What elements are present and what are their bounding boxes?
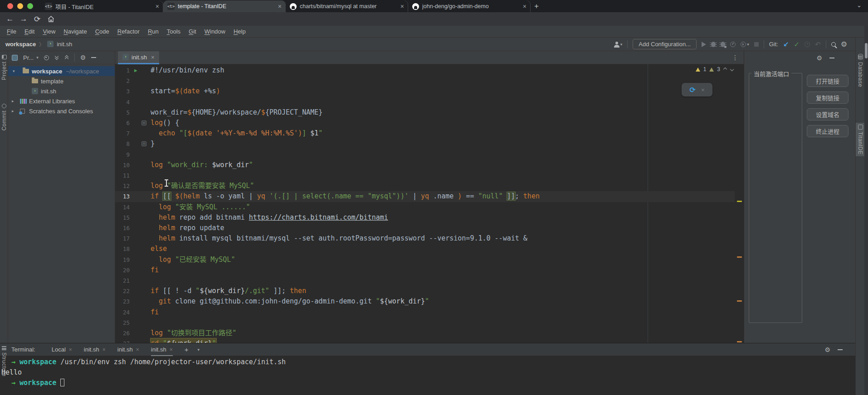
terminal-tab[interactable]: Local× [52,343,72,356]
editor-area[interactable]: init.sh × ⋮ 1▶#!/usr/bin/env zsh23start=… [115,51,744,343]
chevron-right-icon[interactable]: ▸ [12,109,14,113]
menu-tools[interactable]: Tools [163,28,185,35]
menu-edit[interactable]: Edit [20,28,39,35]
code-line[interactable]: 1▶#!/usr/bin/env zsh [115,65,735,76]
terminal-tab-close-icon[interactable]: × [170,347,173,353]
code-line[interactable]: 14 log "安装 MySQL ......" [115,202,735,212]
code-line[interactable]: 17 helm install mysql bitnami/mysql --se… [115,233,735,244]
reload-icon[interactable]: ⟳ [32,14,43,24]
search-everywhere-icon[interactable] [831,42,836,47]
menu-navigate[interactable]: Navigate [59,28,91,35]
tree-item-workspace[interactable]: ▾workspace~/workspace [8,66,115,76]
ide-settings-gear-icon[interactable]: ⚙ [841,41,847,48]
code-line[interactable]: 11 [115,170,735,181]
tool-tab-titanide[interactable]: TitanIDE [856,123,865,156]
terminal-settings-gear-icon[interactable]: ⚙ [824,346,830,353]
code-line[interactable]: 23 git clone git@github.com:john-deng/go… [115,296,735,307]
code-line[interactable]: 8˄} [115,139,735,149]
code-line[interactable]: 22if [[ ! -d "${work_dir}/.git" ]]; then [115,286,735,296]
tree-item-external-libraries[interactable]: ▸External Libraries [8,96,115,106]
user-dropdown[interactable]: ▾ [614,42,623,47]
code-line[interactable]: 24fi [115,307,735,318]
new-tab-button[interactable]: + [531,0,542,12]
menu-code[interactable]: Code [91,28,113,35]
home-icon[interactable] [45,14,56,24]
code-line[interactable]: 5work_dir=${HOME}/workspace/${PROJECT_NA… [115,107,735,118]
forward-icon[interactable]: → [18,14,29,24]
terminal-tab[interactable]: init.sh× [84,343,106,356]
panel-button-3[interactable]: 设置域名 [807,108,848,120]
chevron-right-icon[interactable]: ▸ [12,99,14,103]
panel-button-4[interactable]: 终止进程 [807,125,848,137]
terminal-tab-close-icon[interactable]: × [136,347,139,353]
browser-tab[interactable]: 项目 - TitanIDE× [41,0,163,12]
browser-tab[interactable]: template - TitanIDE× [163,0,286,12]
terminal-dropdown-icon[interactable]: ▾ [198,347,200,352]
panel-button-1[interactable]: 打开链接 [807,75,848,87]
back-icon[interactable]: ← [5,14,15,24]
hide-terminal-icon[interactable] [838,349,843,350]
project-view-mode-dropdown[interactable]: Pr...▾ [23,54,39,61]
menu-help[interactable]: Help [229,28,250,35]
panel-button-2[interactable]: 复制链接 [807,92,848,104]
fold-marker-icon[interactable]: − [141,120,146,125]
terminal-tab[interactable]: init.sh× [117,343,139,356]
code-line[interactable]: 4 [115,97,735,107]
tree-item-init-sh[interactable]: init.sh [8,86,115,96]
editor-options-icon[interactable]: ⋮ [732,54,738,61]
next-problem-icon[interactable] [730,67,734,71]
git-history-icon[interactable] [805,42,810,47]
code-line[interactable]: 2 [115,76,735,86]
panel-settings-gear-icon[interactable]: ⚙ [816,54,822,62]
editor-error-stripe[interactable] [735,64,744,343]
menu-file[interactable]: File [3,28,20,35]
code-line[interactable]: 25 [115,318,735,328]
new-terminal-icon[interactable]: + [185,346,189,353]
terminal-tab[interactable]: init.sh× [151,343,173,356]
tool-tab-database[interactable]: Database [856,52,865,89]
editor-tab-init-sh[interactable]: init.sh × [118,51,159,64]
minimize-window-icon[interactable] [17,3,23,9]
profiler-button[interactable] [730,42,736,47]
code-line[interactable]: 6−log() { [115,118,735,128]
tab-close-icon[interactable]: × [400,3,404,10]
run-line-icon[interactable]: ▶ [134,65,137,76]
git-rollback-icon[interactable]: ↶ [815,40,821,48]
code-line[interactable]: 13if [[ $(helm ls -o yaml | yq '(.[] | s… [115,191,735,202]
previous-problem-icon[interactable] [723,67,727,71]
close-window-icon[interactable] [7,3,13,9]
dismiss-icon[interactable]: × [701,87,705,93]
menu-refactor[interactable]: Refactor [113,28,144,35]
code-line[interactable]: 19 log "已经安装 MySQL" [115,255,735,265]
git-update-icon[interactable]: ↙ [783,40,789,48]
breadcrumb-workspace[interactable]: workspace [5,41,36,48]
code-editor[interactable]: 1▶#!/usr/bin/env zsh23start=$(date +%s)4… [115,64,735,343]
expand-all-icon[interactable] [54,55,59,60]
menu-view[interactable]: View [39,28,59,35]
code-line[interactable]: 26log "切换到项目工作路径" [115,328,735,338]
menu-git[interactable]: Git [185,28,200,35]
menu-run[interactable]: Run [144,28,163,35]
tab-close-icon[interactable]: × [156,3,159,10]
editor-tab-close-icon[interactable]: × [151,54,155,61]
terminal-tab-close-icon[interactable]: × [102,347,106,353]
tool-tab-commit[interactable]: Commit [0,102,8,132]
collapse-all-icon[interactable] [64,55,69,60]
tab-close-icon[interactable]: × [523,3,527,10]
fold-marker-icon[interactable]: ˄ [141,141,146,146]
code-line[interactable]: 16 helm repo update [115,223,735,233]
maximize-window-icon[interactable] [27,3,33,9]
debug-button[interactable] [711,42,716,47]
code-line[interactable]: 12log "确认是否需要安装 MySQL" [115,181,735,191]
inspections-widget[interactable]: 1 3 [696,66,734,72]
locate-file-icon[interactable] [44,55,49,60]
code-line[interactable]: 7 echo "[$(date '+%Y-%m-%d %H:%M.%S')] $… [115,128,735,139]
terminal-tab-close-icon[interactable]: × [69,347,72,353]
add-configuration-button[interactable]: Add Configuration... [633,39,697,49]
debug-attach-button[interactable] [721,42,725,47]
tab-search-chevron-icon[interactable]: ⌄ [857,2,862,9]
code-line[interactable]: 15 helm repo add bitnami https://charts.… [115,212,735,223]
terminal-output[interactable]: → workspace /usr/bin/env zsh /home/proje… [0,357,855,395]
browser-tab[interactable]: charts/bitnami/mysql at master× [286,0,408,12]
tab-close-icon[interactable]: × [278,3,282,10]
